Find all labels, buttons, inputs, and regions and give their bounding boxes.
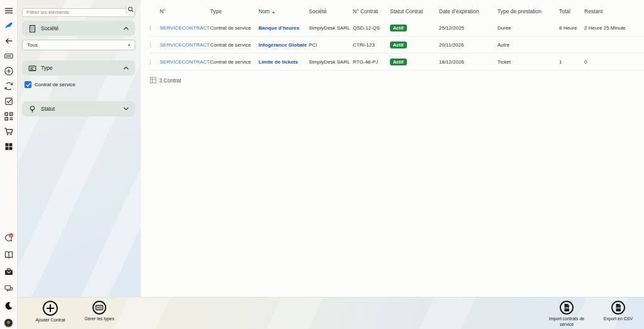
button-label: Ajouter Contrat xyxy=(35,318,65,323)
search-button[interactable] xyxy=(126,6,135,13)
menu-icon[interactable] xyxy=(4,6,14,16)
contract-name-link[interactable]: Infogérance Globale xyxy=(258,42,309,48)
moon-icon[interactable] xyxy=(4,301,14,311)
sort-asc-icon: ▲ xyxy=(272,10,275,14)
user-avatar[interactable] xyxy=(4,318,14,328)
plus-circle-icon xyxy=(43,301,58,316)
table-header-row: N° Type Nom▲ Société N° Contrat Statut C… xyxy=(150,3,644,20)
section-header-statut[interactable]: Statut xyxy=(22,101,135,116)
contract-name-link[interactable]: Limite de tickets xyxy=(258,59,309,65)
section-label: Type xyxy=(41,65,52,71)
contract-restant: 2 Heure 25 Minute xyxy=(584,25,644,31)
column-header-expiration[interactable]: Date d’expiration xyxy=(439,8,497,14)
contract-total: 8 Heure xyxy=(559,25,584,31)
filter-search xyxy=(22,5,135,14)
contract-type: Contrat de service xyxy=(210,42,258,48)
column-header-total[interactable]: Total xyxy=(559,8,584,14)
comments-icon[interactable] xyxy=(4,284,14,294)
manage-types-button[interactable]: Gérer les types xyxy=(79,301,119,323)
column-header-societe[interactable]: Société xyxy=(309,8,353,14)
app-window: 1 xyxy=(0,0,644,329)
button-label: Import contrats de service xyxy=(544,316,589,328)
filter-panel: Société Tous ▾ Type xyxy=(18,0,141,297)
contract-prestation: Ticket xyxy=(497,59,559,65)
contract-prestation: Autre xyxy=(497,42,559,48)
contract-type: Contrat de service xyxy=(210,59,258,65)
svg-text:CSV: CSV xyxy=(565,307,570,309)
status-badge: Actif xyxy=(390,59,407,65)
contract-ref: CTRI-123 xyxy=(353,42,390,48)
contract-number-link[interactable]: SERVICECONTRACT-2 xyxy=(160,59,210,65)
add-contract-button[interactable]: Ajouter Contrat xyxy=(30,301,70,323)
table-footer: 3 Contrat xyxy=(150,77,644,84)
lightbulb-icon xyxy=(28,105,36,113)
contract-total: 1 xyxy=(559,59,584,65)
svg-text:CSV: CSV xyxy=(616,307,621,309)
societe-select[interactable]: Tous ▾ xyxy=(22,40,135,50)
search-input[interactable] xyxy=(22,8,135,17)
column-header-nom[interactable]: Nom▲ xyxy=(258,8,309,14)
content-row: Société Tous ▾ Type xyxy=(18,0,644,297)
chat-notification-icon[interactable]: 1 xyxy=(4,233,14,243)
avatar-image xyxy=(4,318,13,328)
section-label: Statut xyxy=(41,106,55,112)
qr-code-icon[interactable] xyxy=(4,111,14,121)
column-header-restant[interactable]: Restant xyxy=(584,8,644,14)
toolbar-right-group: CSV Import contrats de service CSV Expor… xyxy=(544,301,641,328)
section-header-societe[interactable]: Société xyxy=(22,21,135,36)
barcode-icon[interactable] xyxy=(4,51,14,61)
button-label: Gérer les types xyxy=(84,316,114,322)
count-grid-icon xyxy=(150,77,157,84)
csv-file-icon: CSV xyxy=(560,301,574,315)
table-row: SERVICECONTRACT-2 Contrat de service Lim… xyxy=(150,53,644,70)
contract-expiration: 18/12/2026 xyxy=(439,59,497,65)
status-badge: Actif xyxy=(390,25,407,31)
back-arrow-icon[interactable] xyxy=(4,36,14,46)
row-checkbox[interactable] xyxy=(150,25,151,31)
grid-icon[interactable] xyxy=(4,142,14,152)
contract-company: SimplyDesk SARL xyxy=(309,59,353,65)
type-filter-option: Contrat de service xyxy=(22,81,135,88)
checkbox-label: Contrat de service xyxy=(35,82,75,87)
select-value: Tous xyxy=(27,42,38,48)
column-header-prestation[interactable]: Type de prestation xyxy=(497,8,559,14)
plus-circle-icon[interactable] xyxy=(4,66,14,76)
check-icon xyxy=(26,82,31,87)
button-label: Export en CSV xyxy=(604,316,633,322)
cart-icon[interactable] xyxy=(4,126,14,137)
status-badge: Actif xyxy=(390,42,407,48)
row-checkbox[interactable] xyxy=(150,42,151,48)
column-header-type[interactable]: Type xyxy=(210,8,258,14)
import-contracts-button[interactable]: CSV Import contrats de service xyxy=(544,301,589,328)
refresh-icon[interactable] xyxy=(4,81,14,91)
toolbar-left-group: Ajouter Contrat Gérer les types xyxy=(30,301,119,323)
bottom-toolbar: Ajouter Contrat Gérer les types CSV Impo… xyxy=(18,297,644,329)
contract-company: PCI xyxy=(309,42,353,48)
section-header-type[interactable]: Type xyxy=(22,60,135,75)
type-card-icon xyxy=(28,64,36,72)
checked-checkbox[interactable] xyxy=(25,81,31,88)
contract-type: Contrat de service xyxy=(210,25,258,31)
contract-restant: 0 xyxy=(584,59,644,65)
inbox-icon[interactable] xyxy=(4,267,14,277)
chevron-up-icon xyxy=(123,26,129,30)
book-icon[interactable] xyxy=(4,250,14,260)
logo-icon[interactable] xyxy=(4,21,14,31)
left-icon-rail: 1 xyxy=(0,0,18,329)
column-header-num[interactable]: N° xyxy=(160,8,210,14)
table-row: SERVICECONTRACT-1 Contrat de service Ban… xyxy=(150,20,644,36)
table-row: SERVICECONTRACT-3 Contrat de service Inf… xyxy=(150,36,644,53)
contract-name-link[interactable]: Banque d’heures xyxy=(258,25,309,31)
contracts-table-area: N° Type Nom▲ Société N° Contrat Statut C… xyxy=(141,0,644,297)
checkbox-task-icon[interactable] xyxy=(4,96,14,106)
contract-number-link[interactable]: SERVICECONTRACT-3 xyxy=(160,42,210,48)
row-count: 3 Contrat xyxy=(159,77,181,84)
row-checkbox[interactable] xyxy=(150,59,151,65)
column-header-statut[interactable]: Statut Contrat xyxy=(390,8,439,14)
column-header-contrat[interactable]: N° Contrat xyxy=(353,8,390,14)
csv-file-icon: CSV xyxy=(611,301,625,315)
chevron-down-icon xyxy=(123,107,129,111)
export-csv-button[interactable]: CSV Export en CSV xyxy=(596,301,641,328)
building-icon xyxy=(28,25,36,33)
contract-number-link[interactable]: SERVICECONTRACT-1 xyxy=(160,25,210,31)
